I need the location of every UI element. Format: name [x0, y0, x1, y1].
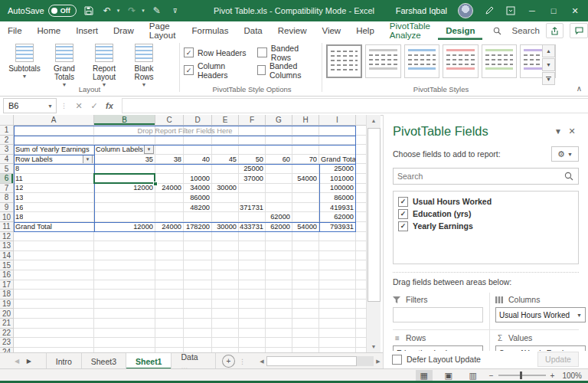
comments-icon[interactable]: [570, 23, 588, 38]
grid-cell-A20[interactable]: [14, 309, 94, 319]
grid-cell-F18[interactable]: [239, 290, 266, 300]
row-header-19[interactable]: 19: [0, 300, 14, 309]
grid-cell-A22[interactable]: [14, 329, 94, 339]
grid-cell-H12[interactable]: [292, 232, 319, 242]
column-header-A[interactable]: A: [14, 115, 94, 126]
save-icon[interactable]: [83, 5, 95, 17]
grid-cell-D18[interactable]: [184, 290, 212, 300]
grid-cell-B6[interactable]: [94, 174, 155, 184]
grid-cell-B8[interactable]: [94, 193, 155, 203]
row-header-10[interactable]: 10: [0, 212, 14, 222]
row-header-20[interactable]: 20: [0, 309, 14, 319]
row-header-1[interactable]: 1: [0, 126, 14, 136]
grid-cell-C10[interactable]: [155, 212, 184, 222]
grid-cell-D12[interactable]: [184, 232, 212, 242]
grid-cell-H10[interactable]: [292, 212, 319, 222]
checkbox-banded-columns[interactable]: Banded Columns: [257, 64, 320, 76]
grid-cell-B11[interactable]: 12000: [94, 222, 155, 232]
blank-rows-button[interactable]: Blank Rows▼: [124, 40, 164, 87]
tab-data[interactable]: Data: [236, 21, 270, 40]
grid-cell-H13[interactable]: [292, 241, 319, 251]
grid-cell-E4[interactable]: 45: [212, 155, 239, 165]
pivot-style-tile[interactable]: [482, 44, 518, 78]
grid-cell-G20[interactable]: [266, 309, 292, 319]
grid-cell-E19[interactable]: [212, 300, 239, 309]
grid-cell-x22[interactable]: [356, 329, 366, 339]
grid-cell-D8[interactable]: 86000: [184, 193, 212, 203]
columns-area[interactable]: Columns Usual Hours Worked ▼: [495, 294, 586, 322]
grid-cell-E9[interactable]: [212, 203, 239, 213]
grid-cell-A10[interactable]: 18: [14, 212, 94, 222]
grid-cell-A16[interactable]: [14, 270, 94, 280]
user-name[interactable]: Farshad Iqbal: [396, 6, 447, 15]
grid-cell-x4[interactable]: [356, 155, 366, 165]
grid-cell-I3[interactable]: [319, 145, 356, 155]
grid-cell-C17[interactable]: [155, 280, 184, 290]
autosave-toggle[interactable]: AutoSave Off: [8, 5, 77, 17]
columns-field[interactable]: Usual Hours Worked ▼: [495, 307, 586, 322]
grid-cell-A19[interactable]: [14, 300, 94, 309]
grid-cell-D11[interactable]: 178200: [184, 222, 212, 232]
cancel-icon[interactable]: ✕: [71, 100, 87, 112]
ribbon-display-options-icon[interactable]: [505, 5, 516, 16]
grid-cell-G17[interactable]: [266, 280, 292, 290]
scroll-right-icon[interactable]: ▶: [374, 356, 383, 366]
grid-cell-D4[interactable]: 40: [184, 155, 212, 165]
grid-cell-C12[interactable]: [155, 232, 184, 242]
grid-cell-G18[interactable]: [266, 290, 292, 300]
grid-cell-x3[interactable]: [356, 145, 366, 155]
tab-view[interactable]: View: [314, 21, 348, 40]
grid-cell-E5[interactable]: [212, 164, 239, 174]
grid-cell-C1[interactable]: [155, 126, 184, 136]
grid-cell-D2[interactable]: [184, 136, 212, 146]
grid-cell-G22[interactable]: [266, 329, 292, 339]
grid-cell-I11[interactable]: 793931: [319, 222, 356, 232]
grid-cell-I6[interactable]: 101000: [319, 174, 356, 184]
grid-cell-B13[interactable]: [94, 241, 155, 251]
name-box-dropdown-icon[interactable]: ▼: [47, 103, 53, 109]
grid-cell-A9[interactable]: 16: [14, 203, 94, 213]
field-education-yrs-[interactable]: ✓Education (yrs): [398, 208, 573, 220]
grid-cell-I12[interactable]: [319, 232, 356, 242]
grid-cell-G16[interactable]: [266, 270, 292, 280]
defer-layout-checkbox[interactable]: [392, 355, 402, 365]
grid-cell-H9[interactable]: [292, 203, 319, 213]
gallery-more-icon[interactable]: ▼: [542, 72, 555, 85]
grid-cell-G2[interactable]: [266, 136, 292, 146]
grid-cell-C19[interactable]: [155, 300, 184, 309]
grid-cell-F23[interactable]: [239, 338, 266, 348]
name-box[interactable]: B6 ▼: [3, 98, 57, 113]
grid-cell-A4[interactable]: Row Labels▼: [14, 155, 94, 165]
grid-cell-x23[interactable]: [356, 338, 366, 348]
grid-cell-D6[interactable]: 10000: [184, 174, 212, 184]
grid-cell-A17[interactable]: [14, 280, 94, 290]
grid-cell-B20[interactable]: [94, 309, 155, 319]
row-header-17[interactable]: 17: [0, 280, 14, 290]
grid-cell-H3[interactable]: [292, 145, 319, 155]
filters-area-box[interactable]: [393, 307, 483, 322]
grid-cell-A11[interactable]: Grand Total: [14, 222, 94, 232]
grid-cell-E7[interactable]: 30000: [212, 184, 239, 194]
grid-cell-A14[interactable]: [14, 251, 94, 261]
column-header-H[interactable]: H: [292, 115, 319, 126]
grid-cell-x6[interactable]: [356, 174, 366, 184]
zoom-out-icon[interactable]: −: [489, 372, 494, 380]
row-header-16[interactable]: 16: [0, 270, 14, 280]
pivot-style-tile[interactable]: [326, 44, 362, 78]
enter-icon[interactable]: ✓: [87, 100, 102, 112]
grid-cell-G13[interactable]: [266, 241, 292, 251]
grid-cell-C2[interactable]: [155, 136, 184, 146]
grid-cell-E14[interactable]: [212, 251, 239, 261]
grid-cell-A18[interactable]: [14, 290, 94, 300]
grid-cell-I2[interactable]: [319, 136, 356, 146]
row-header-6[interactable]: 6: [0, 174, 14, 184]
tab-help[interactable]: Help: [348, 21, 382, 40]
column-header-E[interactable]: E: [212, 115, 239, 126]
grid-cell-C7[interactable]: 24000: [155, 184, 184, 194]
pivot-style-tile[interactable]: [404, 44, 440, 78]
grid-cell-D15[interactable]: [184, 260, 212, 270]
page-layout-view-icon[interactable]: ▣: [440, 370, 457, 381]
checkbox-banded-rows[interactable]: Banded Rows: [257, 47, 320, 58]
grid-cell-F16[interactable]: [239, 270, 266, 280]
zoom-level[interactable]: 100%: [562, 372, 582, 380]
